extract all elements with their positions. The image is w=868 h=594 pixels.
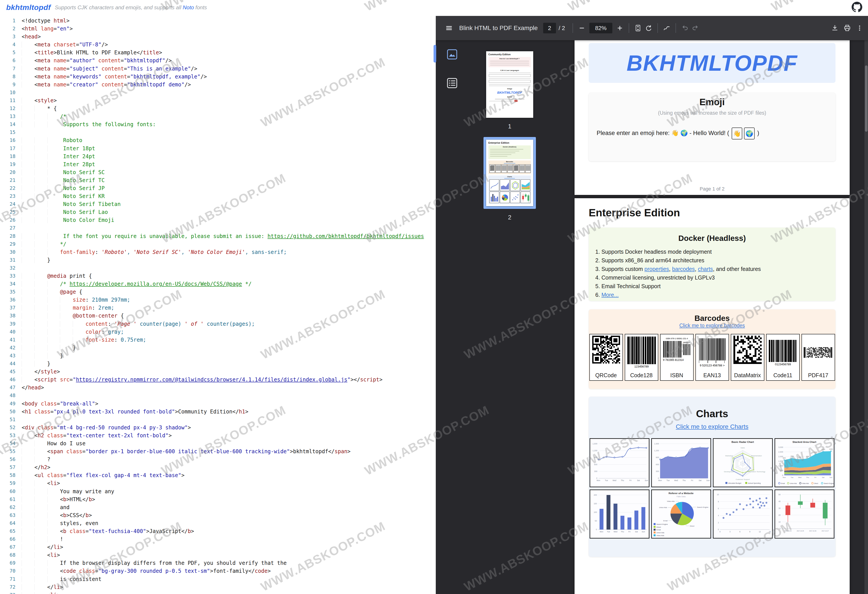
thumb-detail — [489, 84, 531, 85]
svg-text:0: 0 — [719, 530, 720, 533]
code-text: <li> — [15, 551, 60, 559]
pane-split-handle[interactable] — [434, 45, 436, 62]
svg-text:Sat: Sat — [699, 479, 701, 482]
line-number: 12 — [0, 105, 15, 112]
pdf-scrollbar[interactable] — [865, 40, 868, 594]
explore-charts-link[interactable]: Click me to explore Charts — [589, 423, 836, 430]
wave-emoji: 👋 — [671, 130, 679, 136]
code-text: <b>CSS</b> — [15, 511, 92, 519]
download-icon[interactable] — [830, 23, 840, 33]
app-header: bkhtmltopdf Supports CJK characters and … — [0, 0, 868, 16]
line-number: 34 — [0, 280, 15, 288]
code-text: ! — [15, 535, 63, 543]
docker-feature-item: 4. Commercial licensing, unrestricted by… — [595, 273, 836, 282]
code-line: 63 <b>CSS</b> — [0, 511, 431, 519]
annotate-icon[interactable] — [661, 23, 672, 33]
code-text: <style> — [15, 96, 57, 105]
undo-icon[interactable] — [679, 23, 690, 33]
thumbnails-view-icon[interactable] — [446, 49, 458, 60]
svg-text:1,500: 1,500 — [778, 460, 783, 462]
docker-inline-link[interactable]: charts — [698, 266, 713, 272]
svg-text:Marketing: Marketing — [725, 455, 733, 457]
svg-text:2,500: 2,500 — [778, 451, 783, 453]
zoom-out-button[interactable] — [577, 23, 587, 33]
docker-feature-item: 2. Supports x86_86 and arm64 architectur… — [595, 256, 836, 265]
code-line: 54 How do I use — [0, 440, 431, 448]
svg-text:932: 932 — [791, 455, 794, 457]
github-icon[interactable] — [852, 2, 862, 12]
code-line: 60 You may write any — [0, 488, 431, 495]
code-line: 32 — [0, 264, 431, 272]
code-line: 5 <title>Blink HTML to PDF Example</titl… — [0, 49, 431, 56]
thumb-detail: Image — [486, 88, 533, 90]
menu-icon[interactable] — [444, 23, 454, 33]
editor-scrollbar[interactable] — [431, 16, 436, 594]
svg-text:Development: Development — [724, 471, 734, 473]
docker-inline-link[interactable]: properties — [644, 266, 669, 272]
line-number: 19 — [0, 160, 15, 168]
thumb-detail — [489, 101, 514, 102]
code-line: 50<h1 class="px-4 pl-0 text-3xl rounded … — [0, 408, 431, 416]
code-line: 43 } — [0, 352, 431, 360]
barcodes-section: Barcodes Click me to explore barcodes QR… — [589, 309, 836, 389]
code-line: 52<div class="mt-4 bg-red-50 rounded px-… — [0, 424, 431, 431]
svg-text:Mon: Mon — [596, 479, 601, 482]
thumb-detail — [519, 164, 525, 173]
line-number: 37 — [0, 304, 15, 312]
code-text — [15, 392, 22, 399]
code-text: Inter 18pt — [15, 145, 95, 152]
code-line: 47</head> — [0, 384, 431, 392]
print-icon[interactable] — [842, 23, 853, 33]
svg-text:600: 600 — [656, 463, 659, 465]
barcode-card-code11: 0123456789Code11 — [766, 334, 800, 381]
line-number: 48 — [0, 392, 15, 399]
docker-inline-link[interactable]: More... — [601, 292, 619, 298]
line-number: 6 — [0, 56, 15, 65]
pdf-scrollbar-thumb[interactable] — [865, 65, 868, 132]
svg-text:Video Ads: Video Ads — [667, 500, 675, 502]
thumb-detail — [489, 74, 531, 77]
line-number: 10 — [0, 89, 15, 96]
emoji-input-2[interactable]: 🌍 — [744, 127, 754, 139]
rotate-icon[interactable] — [643, 23, 654, 33]
thumbnail-page-1[interactable]: Community EditionHow do I use bkhtmltopd… — [486, 51, 533, 130]
svg-text:Tue: Tue — [791, 476, 793, 479]
code-text: @media print { — [15, 272, 92, 280]
line-number: 67 — [0, 543, 15, 551]
fit-page-icon[interactable] — [633, 23, 643, 33]
emoji-title: Emoji — [589, 97, 836, 107]
outline-view-icon[interactable] — [446, 77, 458, 89]
thumb-detail — [520, 165, 524, 171]
thumb-detail — [489, 78, 531, 79]
noto-link[interactable]: Noto — [183, 4, 194, 10]
docker-inline-link[interactable]: barcodes — [672, 266, 695, 272]
code-line: 69 If the browser display differs from t… — [0, 559, 431, 567]
thumb-detail — [495, 99, 524, 99]
toolbar-divider — [629, 23, 629, 33]
zoom-in-button[interactable] — [614, 23, 625, 33]
code-editor[interactable]: 1<!doctype html>2<html lang="en">3<head>… — [0, 16, 431, 594]
code-line: 41 font-size: 0.75rem; — [0, 336, 431, 344]
line-number: 39 — [0, 320, 15, 328]
more-options-icon[interactable] — [854, 23, 865, 33]
svg-text:2017-10-25: 2017-10-25 — [797, 530, 804, 532]
line-number: 29 — [0, 240, 15, 248]
code-text: @page { — [15, 288, 83, 296]
line-number: 43 — [0, 352, 15, 360]
code-line: 28 If the font you require is unavailabl… — [0, 232, 431, 240]
svg-text:Email: Email — [657, 529, 661, 531]
line-number: 38 — [0, 312, 15, 320]
zoom-level-input[interactable]: 82% — [589, 23, 612, 33]
code-line: 34 /* https://developer.mozilla.org/en-U… — [0, 280, 431, 288]
thumbnail-page-2[interactable]: Enterprise EditionDocker (Headless)Barco… — [484, 137, 536, 221]
explore-barcodes-link[interactable]: Click me to explore barcodes — [589, 323, 836, 329]
redo-icon[interactable] — [690, 23, 701, 33]
code-text: </li> — [15, 543, 63, 551]
line-number: 20 — [0, 168, 15, 176]
code-line: 22 Noto Serif JP — [0, 184, 431, 192]
code-text: <meta name="author" content="bkhtmltopdf… — [15, 56, 172, 65]
line-number: 68 — [0, 551, 15, 559]
emoji-input-1[interactable]: 👋 — [732, 127, 742, 139]
thumb-detail: Email — [486, 96, 533, 98]
page-number-input[interactable]: 2 — [543, 23, 556, 33]
